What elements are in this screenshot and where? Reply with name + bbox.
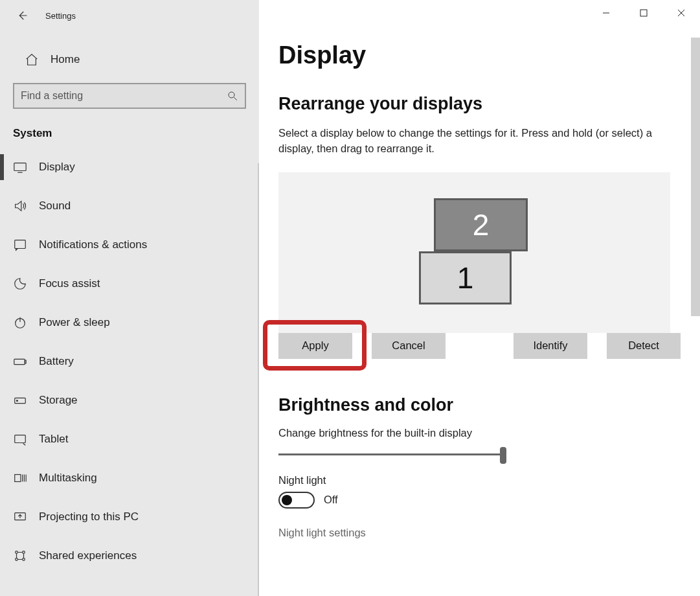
svg-point-11 bbox=[16, 551, 18, 554]
nightlight-settings-link[interactable]: Night light settings bbox=[278, 527, 681, 539]
slider-thumb[interactable] bbox=[500, 447, 506, 464]
search-icon bbox=[227, 90, 238, 102]
detect-button[interactable]: Detect bbox=[607, 333, 681, 359]
nav-projecting[interactable]: Projecting to this PC bbox=[0, 498, 259, 536]
power-icon bbox=[13, 315, 27, 330]
scrollbar[interactable] bbox=[691, 38, 700, 316]
storage-icon bbox=[13, 393, 27, 407]
svg-point-0 bbox=[229, 92, 234, 98]
home-icon bbox=[25, 52, 39, 67]
rearrange-description: Select a display below to change the set… bbox=[278, 126, 673, 157]
nav-tablet[interactable]: Tablet bbox=[0, 420, 259, 459]
arrow-left-icon bbox=[16, 10, 28, 21]
svg-point-12 bbox=[23, 551, 25, 554]
home-nav[interactable]: Home bbox=[0, 43, 259, 76]
nav-label: Multitasking bbox=[39, 472, 97, 485]
svg-point-14 bbox=[23, 558, 25, 561]
nav-label: Power & sleep bbox=[39, 316, 110, 329]
notifications-icon bbox=[13, 238, 27, 252]
nav-sound[interactable]: Sound bbox=[0, 187, 259, 225]
svg-rect-4 bbox=[14, 359, 25, 364]
battery-icon bbox=[13, 354, 27, 369]
brightness-slider-label: Change brightness for the built-in displ… bbox=[278, 427, 681, 439]
nav-focus-assist[interactable]: Focus assist bbox=[0, 264, 259, 303]
nav-label: Focus assist bbox=[39, 277, 100, 290]
nav-label: Sound bbox=[39, 200, 71, 212]
rearrange-heading: Rearrange your displays bbox=[278, 94, 681, 114]
nav-notifications[interactable]: Notifications & actions bbox=[0, 225, 259, 264]
search-input[interactable] bbox=[21, 90, 227, 102]
toggle-knob bbox=[282, 495, 292, 505]
nav-display[interactable]: Display bbox=[0, 148, 259, 187]
back-button[interactable] bbox=[12, 5, 32, 26]
search-box[interactable] bbox=[13, 83, 246, 109]
nav-multitasking[interactable]: Multitasking bbox=[0, 459, 259, 498]
nav-label: Notifications & actions bbox=[39, 238, 147, 251]
slider-track bbox=[278, 453, 506, 455]
apply-button[interactable]: Apply bbox=[278, 333, 352, 359]
nav-label: Tablet bbox=[39, 433, 68, 446]
window-title: Settings bbox=[45, 11, 76, 21]
maximize-button[interactable] bbox=[625, 0, 662, 26]
svg-point-7 bbox=[17, 400, 18, 402]
cancel-button[interactable]: Cancel bbox=[372, 333, 446, 359]
multitasking-icon bbox=[13, 471, 27, 485]
projecting-icon bbox=[13, 510, 27, 524]
brightness-slider[interactable] bbox=[278, 446, 506, 464]
nav-list: Display Sound Notifications & actions Fo… bbox=[0, 148, 259, 575]
minimize-button[interactable] bbox=[587, 0, 625, 26]
svg-point-13 bbox=[16, 558, 18, 561]
nightlight-toggle[interactable] bbox=[278, 492, 315, 509]
page-title: Display bbox=[278, 41, 681, 69]
shared-icon bbox=[13, 549, 27, 563]
svg-rect-5 bbox=[25, 360, 26, 363]
nav-battery[interactable]: Battery bbox=[0, 342, 259, 381]
brightness-heading: Brightness and color bbox=[278, 395, 681, 415]
svg-rect-1 bbox=[14, 163, 26, 171]
nav-label: Display bbox=[39, 161, 75, 174]
display-icon bbox=[13, 160, 27, 174]
monitor-1[interactable]: 1 bbox=[419, 251, 512, 304]
svg-rect-2 bbox=[15, 240, 26, 249]
tablet-icon bbox=[13, 432, 27, 446]
svg-rect-8 bbox=[15, 435, 26, 443]
titlebar bbox=[587, 0, 700, 26]
nav-shared-experiences[interactable]: Shared experiences bbox=[0, 536, 259, 575]
nav-label: Storage bbox=[39, 394, 78, 407]
nightlight-label: Night light bbox=[278, 474, 681, 487]
display-arrangement-area[interactable]: 2 1 bbox=[278, 172, 670, 333]
nav-label: Shared experiences bbox=[39, 549, 137, 562]
category-title: System bbox=[0, 109, 259, 148]
nav-label: Battery bbox=[39, 355, 74, 368]
home-label: Home bbox=[51, 53, 80, 66]
nav-label: Projecting to this PC bbox=[39, 510, 139, 523]
nav-power-sleep[interactable]: Power & sleep bbox=[0, 303, 259, 342]
nightlight-state: Off bbox=[324, 494, 338, 506]
sidebar: Settings Home System Display bbox=[0, 0, 259, 596]
content-area: Display Rearrange your displays Select a… bbox=[259, 0, 700, 596]
svg-rect-9 bbox=[15, 475, 21, 482]
sound-icon bbox=[13, 199, 27, 213]
identify-button[interactable]: Identify bbox=[514, 333, 587, 359]
monitor-2[interactable]: 2 bbox=[434, 198, 528, 251]
close-button[interactable] bbox=[662, 0, 700, 26]
svg-rect-15 bbox=[640, 10, 647, 16]
focus-assist-icon bbox=[13, 277, 27, 291]
nav-storage[interactable]: Storage bbox=[0, 381, 259, 420]
